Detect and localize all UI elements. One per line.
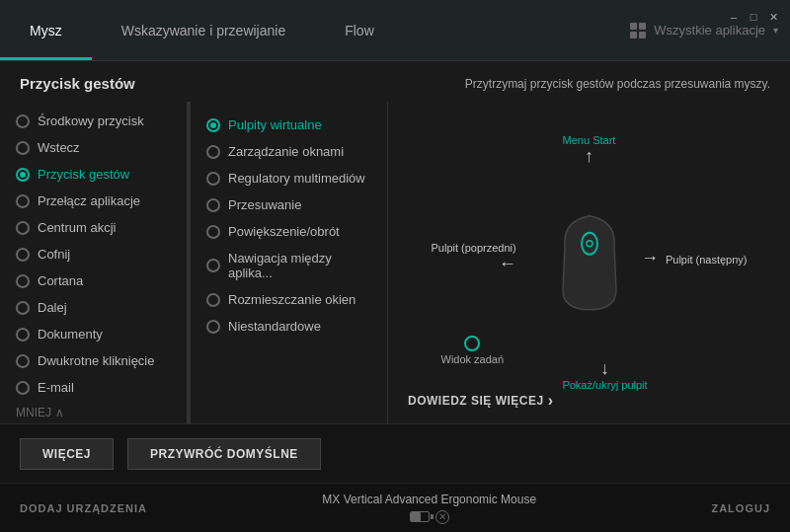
less-button[interactable]: MNIEJ ∧ <box>0 401 187 423</box>
list-item-przycisk-gestow[interactable]: Przycisk gestów <box>0 161 187 188</box>
battery-icon <box>410 511 430 522</box>
radio-cortana <box>16 274 30 288</box>
minimize-button[interactable]: – <box>725 8 743 26</box>
tab-flow[interactable]: Flow <box>315 0 404 60</box>
radio-email <box>16 381 30 395</box>
radio-wstecz <box>16 141 30 155</box>
mid-item-nawigacja[interactable]: Nawigacja między aplika... <box>191 245 387 286</box>
list-item-centrum[interactable]: Centrum akcji <box>0 214 187 241</box>
arrow-up-icon: ↑ <box>585 146 593 167</box>
radio-cofnij <box>16 248 30 262</box>
device-name: MX Vertical Advanced Ergonomic Mouse <box>322 493 536 506</box>
battery-fill <box>411 512 421 521</box>
radio-dalej <box>16 301 30 315</box>
radio-pulpity <box>206 118 220 132</box>
learn-more-link[interactable]: DOWIEDZ SIĘ WIĘCEJ › <box>408 392 554 410</box>
mouse-svg <box>555 206 624 315</box>
mid-item-zarzadzanie[interactable]: Zarządzanie oknami <box>191 138 387 165</box>
radio-rozmieszczanie <box>206 293 220 307</box>
tab-wskazywanie[interactable]: Wskazywanie i przewijanie <box>92 0 316 60</box>
maximize-button[interactable]: □ <box>745 8 762 26</box>
list-item-cofnij[interactable]: Cofnij <box>0 241 187 267</box>
left-column: Środkowy przycisk Wstecz Przycisk gestów… <box>0 102 188 423</box>
mid-item-pulpity[interactable]: Pulpity wirtualne <box>191 112 387 138</box>
list-item-dokumenty[interactable]: Dokumenty <box>0 321 187 347</box>
mouse-body <box>555 206 624 315</box>
tab-mysz[interactable]: Mysz <box>0 0 92 60</box>
radio-przelacz <box>16 194 30 208</box>
main-area: Przycisk gestów Przytrzymaj przycisk ges… <box>0 61 790 532</box>
label-pulpit-poprzedni: Pulpit (poprzedni) ← <box>432 241 516 273</box>
close-device-icon[interactable]: ✕ <box>435 510 449 524</box>
radio-dokumenty <box>16 328 30 342</box>
titlebar: – □ ✕ <box>717 0 790 34</box>
columns: Środkowy przycisk Wstecz Przycisk gestów… <box>0 102 790 423</box>
label-widok-zadan: Widok zadań <box>441 336 505 365</box>
mid-item-przesuwanie[interactable]: Przesuwanie <box>191 191 387 218</box>
section-hint: Przytrzymaj przycisk gestów podczas prze… <box>465 77 770 91</box>
label-pulpit-nastepny: → Pulpit (następny) <box>641 247 748 267</box>
statusbar: DODAJ URZĄDZENIA MX Vertical Advanced Er… <box>0 483 790 532</box>
label-pokaz-ukryj: ↓ Pokaż/ukryj pulpit <box>562 358 647 391</box>
mid-item-niestandardowe[interactable]: Niestandardowe <box>191 313 387 340</box>
radio-nawigacja <box>206 259 220 272</box>
mid-item-rozmieszczanie[interactable]: Rozmieszczanie okien <box>191 286 387 313</box>
arrow-right-icon: → <box>641 247 659 267</box>
radio-dwukrotne <box>16 354 30 368</box>
list-item-dalej[interactable]: Dalej <box>0 294 187 321</box>
list-item-przelacz[interactable]: Przełącz aplikacje <box>0 188 187 214</box>
radio-powiekszenie <box>206 225 220 239</box>
arrow-left-icon: ← <box>499 253 516 273</box>
radio-przesuwanie <box>206 198 220 212</box>
list-item-dwukrotne[interactable]: Dwukrotne kliknięcie <box>0 347 187 374</box>
section-title: Przycisk gestów <box>20 75 135 92</box>
radio-zarzadzanie <box>206 145 220 159</box>
bottom-bar: WIĘCEJ PRZYWRÓĆ DOMYŚLNE <box>0 423 790 483</box>
add-devices-button[interactable]: DODAJ URZĄDZENIA <box>20 502 147 514</box>
right-column: Menu Start ↑ Pulpit (poprzedni) ← <box>388 102 790 423</box>
mid-item-powiekszenie[interactable]: Powiększenie/obrót <box>191 218 387 245</box>
device-info: MX Vertical Advanced Ergonomic Mouse ✕ <box>322 493 536 524</box>
list-item-email[interactable]: E-mail <box>0 374 187 401</box>
mid-column: Pulpity wirtualne Zarządzanie oknami Reg… <box>191 102 388 423</box>
list-item-wstecz[interactable]: Wstecz <box>0 134 187 161</box>
list-item-cortana[interactable]: Cortana <box>0 267 187 294</box>
tabbar: Mysz Wskazywanie i przewijanie Flow Wszy… <box>0 0 790 61</box>
radio-niestandardowe <box>206 320 220 334</box>
radio-srodkowy <box>16 114 30 128</box>
login-button[interactable]: ZALOGUJ <box>711 502 770 514</box>
arrow-down-icon: ↓ <box>600 358 609 379</box>
label-menu-start: Menu Start ↑ <box>563 134 616 167</box>
chevron-right-icon: › <box>548 392 554 410</box>
radio-centrum <box>16 221 30 235</box>
close-button[interactable]: ✕ <box>764 8 782 26</box>
mouse-diagram: Menu Start ↑ Pulpit (poprzedni) ← <box>432 134 748 391</box>
mid-item-regulatory[interactable]: Regulatory multimediów <box>191 165 387 191</box>
device-icons: ✕ <box>322 510 536 524</box>
list-item-srodkowy[interactable]: Środkowy przycisk <box>0 108 187 134</box>
radio-regulatory <box>206 172 220 186</box>
content-area: Przycisk gestów Przytrzymaj przycisk ges… <box>0 61 790 423</box>
restore-defaults-button[interactable]: PRZYWRÓĆ DOMYŚLNE <box>127 438 321 470</box>
section-header: Przycisk gestów Przytrzymaj przycisk ges… <box>0 61 790 102</box>
grid-icon[interactable] <box>630 23 646 38</box>
more-button[interactable]: WIĘCEJ <box>20 438 114 470</box>
radio-przycisk-gestow <box>16 168 30 182</box>
